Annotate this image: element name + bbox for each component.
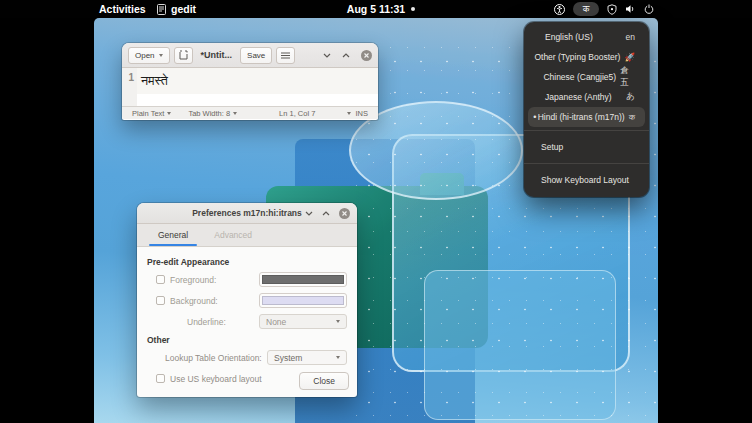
close-dialog-button[interactable]: Close (299, 372, 349, 390)
chevron-down-icon (305, 211, 313, 216)
tab-advanced-label: Advanced (214, 230, 252, 240)
tab-advanced[interactable]: Advanced (201, 224, 265, 246)
line-number: 1 (128, 72, 134, 83)
cursor-position: Ln 1, Col 7 (279, 109, 315, 118)
menu-separator (524, 163, 649, 164)
preferences-titlebar: Preferences m17n:hi:itrans (137, 203, 357, 224)
preferences-dialog: Preferences m17n:hi:itrans General Advan… (137, 203, 357, 397)
open-button-label: Open (135, 51, 155, 60)
background-checkbox[interactable] (156, 296, 165, 305)
background-label: Background: (170, 296, 218, 306)
maximize-button[interactable] (322, 211, 330, 216)
lookup-value: System (274, 353, 302, 363)
notification-dot (411, 7, 415, 11)
active-tab-underline (149, 244, 197, 247)
input-method-menu: English (US) en Other (Typing Booster) 🚀… (524, 22, 649, 197)
gedit-window: Open *Untit... Save (122, 43, 378, 120)
menu-item-typing-booster[interactable]: Other (Typing Booster) 🚀 (528, 47, 645, 67)
gedit-text-area[interactable]: 1 नमस्ते (122, 68, 378, 106)
chevron-down-icon (159, 54, 163, 57)
menu-item-symbol: あ (622, 91, 635, 103)
background-color-button[interactable] (259, 293, 347, 308)
tab-width-selector[interactable]: Tab Width: 8 (188, 109, 237, 118)
menu-item-chinese[interactable]: Chinese (Cangjie5) 倉五 (528, 67, 645, 87)
save-button-label: Save (247, 51, 265, 60)
dropdown-caret-icon (167, 112, 171, 115)
menu-item-english[interactable]: English (US) en (528, 27, 645, 47)
tab-general-label: General (158, 230, 188, 240)
chevron-up-icon (342, 53, 350, 58)
menu-item-symbol: en (622, 32, 635, 42)
minimize-button[interactable] (305, 211, 313, 216)
underline-value: None (266, 317, 286, 327)
new-document-icon (179, 50, 188, 60)
menu-item-setup[interactable]: Setup (524, 134, 649, 160)
privacy-shield-icon[interactable] (607, 4, 617, 15)
input-method-indicator[interactable]: क (573, 2, 599, 16)
foreground-label: Foreground: (170, 275, 216, 285)
minimize-button[interactable] (323, 53, 331, 58)
hamburger-icon (281, 52, 290, 59)
preferences-content: Pre-edit Appearance Foreground: Backgrou… (137, 247, 357, 386)
close-icon (364, 53, 369, 58)
menu-item-hindi[interactable]: • Hindi (hi-itrans (m17n)) क (528, 107, 645, 127)
accessibility-icon[interactable] (554, 4, 565, 15)
dropdown-caret-icon (233, 112, 237, 115)
document-empty-area[interactable] (137, 94, 378, 106)
preferences-footer: Close (137, 368, 357, 397)
menu-item-label: Japanese (Anthy) (545, 92, 612, 102)
gedit-headerbar: Open *Untit... Save (122, 43, 378, 68)
foreground-color-swatch (262, 275, 344, 284)
insert-mode-indicator[interactable]: INS (355, 109, 368, 118)
document-text-line[interactable]: नमस्ते (137, 68, 378, 94)
line-number-gutter: 1 (122, 68, 137, 106)
close-icon (342, 211, 347, 216)
menu-item-japanese[interactable]: Japanese (Anthy) あ (528, 87, 645, 107)
power-icon[interactable] (644, 4, 654, 14)
lookup-orientation-dropdown[interactable]: System (267, 350, 347, 365)
menu-item-label: English (US) (545, 32, 593, 42)
close-button[interactable] (339, 208, 350, 219)
other-heading: Other (147, 335, 347, 345)
menu-item-show-keyboard-layout[interactable]: Show Keyboard Layout (524, 167, 649, 193)
menu-item-label: Hindi (hi-itrans (m17n)) (538, 112, 625, 122)
top-bar: Activities gedit Aug 5 11:31 क (0, 0, 752, 18)
background-row: Background: (156, 293, 347, 308)
goto-line-caret-icon[interactable] (347, 112, 351, 115)
maximize-button[interactable] (342, 53, 350, 58)
menu-item-symbol: क (625, 112, 635, 123)
underline-dropdown[interactable]: None (259, 314, 347, 329)
tab-width-label: Tab Width: 8 (188, 109, 230, 118)
language-label: Plain Text (132, 109, 164, 118)
language-selector[interactable]: Plain Text (132, 109, 171, 118)
foreground-checkbox[interactable] (156, 275, 165, 284)
volume-icon[interactable] (625, 4, 636, 14)
close-button[interactable] (361, 50, 372, 61)
foreground-row: Foreground: (156, 272, 347, 287)
menu-item-label: Other (Typing Booster) (534, 52, 620, 62)
chevron-down-icon (323, 53, 331, 58)
menu-item-symbol: 🚀 (620, 52, 635, 62)
open-button[interactable]: Open (128, 47, 170, 64)
preedit-heading: Pre-edit Appearance (147, 257, 347, 267)
chevron-up-icon (322, 211, 330, 216)
tab-general[interactable]: General (145, 224, 201, 246)
menu-item-symbol: 倉五 (616, 65, 635, 89)
underline-label: Underline: (187, 317, 226, 327)
background-color-swatch (262, 296, 344, 305)
gedit-statusbar: Plain Text Tab Width: 8 Ln 1, Col 7 INS (122, 106, 378, 119)
save-button[interactable]: Save (240, 47, 272, 64)
foreground-color-button[interactable] (259, 272, 347, 287)
underline-row: Underline: None (187, 314, 347, 329)
lookup-label: Lookup Table Orientation: (165, 353, 262, 363)
menu-separator (524, 130, 649, 131)
new-document-button[interactable] (174, 47, 193, 64)
document-title: *Untit... (201, 50, 233, 60)
menu-item-label: Chinese (Cangjie5) (543, 72, 616, 82)
preferences-title: Preferences m17n:hi:itrans (192, 208, 302, 218)
screen: Activities gedit Aug 5 11:31 क (0, 0, 752, 423)
menu-button[interactable] (276, 47, 295, 64)
lookup-row: Lookup Table Orientation: System (165, 350, 347, 365)
dropdown-caret-icon (336, 320, 340, 323)
dropdown-caret-icon (336, 356, 340, 359)
